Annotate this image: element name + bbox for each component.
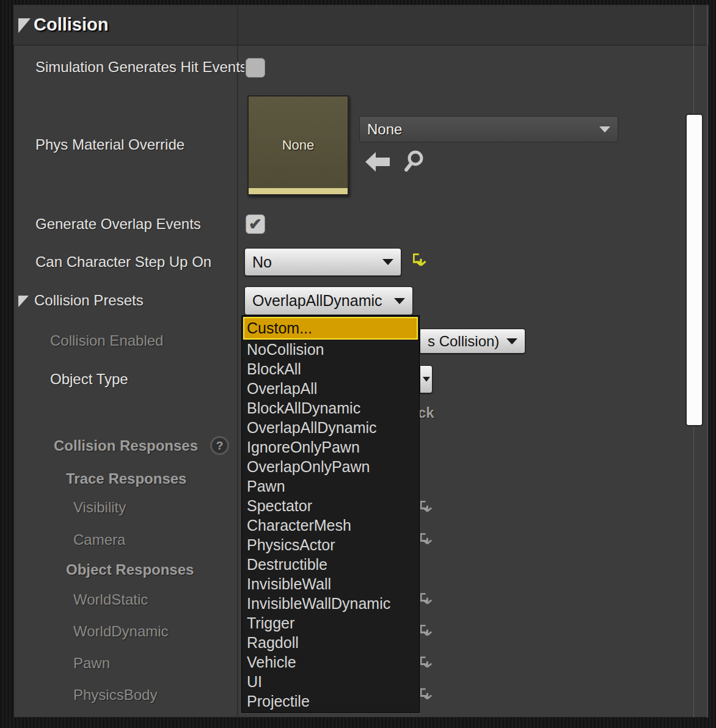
object-type-dropdown-partial[interactable] xyxy=(420,365,433,393)
reset-to-default-icon[interactable] xyxy=(420,657,434,671)
column-splitter[interactable] xyxy=(237,5,238,718)
preset-option[interactable]: OverlapOnlyPawn xyxy=(243,457,418,476)
collision-enabled-value: s Collision) xyxy=(428,333,502,350)
collision-presets-menu: Custom... NoCollisionBlockAllOverlapAllB… xyxy=(241,315,420,713)
step-up-label: Can Character Step Up On xyxy=(35,253,211,271)
chevron-down-icon xyxy=(394,298,405,304)
preset-option[interactable]: CharacterMesh xyxy=(243,515,418,535)
reset-to-default-icon[interactable] xyxy=(420,688,434,702)
preset-option[interactable]: OverlapAllDynamic xyxy=(243,418,418,437)
thumbnail-text: None xyxy=(282,137,315,153)
trace-responses-label: Trace Responses xyxy=(66,470,186,487)
preset-option[interactable]: Spectator xyxy=(243,496,418,515)
panel-right-edge xyxy=(707,5,708,718)
preset-option[interactable]: Trigger xyxy=(243,613,418,633)
overlap-events-label: Generate Overlap Events xyxy=(35,216,201,233)
reset-to-default-icon[interactable] xyxy=(420,501,434,515)
collision-details-panel: Collision Simulation Generates Hit Event… xyxy=(0,0,716,728)
chevron-down-icon xyxy=(423,377,430,382)
physics-body-label: PhysicsBody xyxy=(73,686,157,704)
phys-material-thumbnail[interactable]: None xyxy=(247,95,349,195)
reset-to-default-icon[interactable] xyxy=(420,533,434,547)
preset-options-list: NoCollisionBlockAllOverlapAllBlockAllDyn… xyxy=(243,340,418,711)
preset-option[interactable]: IgnoreOnlyPawn xyxy=(243,437,418,457)
preset-option-custom-highlighted[interactable]: Custom... xyxy=(243,317,418,340)
preset-option[interactable]: Destructible xyxy=(243,555,418,574)
collision-responses-label: Collision Responses xyxy=(54,437,198,454)
sim-hit-checkbox[interactable] xyxy=(246,58,265,78)
collision-enabled-dropdown-partial[interactable]: s Collision) xyxy=(420,329,525,354)
preset-option[interactable]: NoCollision xyxy=(243,340,418,359)
collision-presets-label: Collision Presets xyxy=(34,292,144,309)
preset-option[interactable]: PhysicsActor xyxy=(243,535,418,555)
browse-to-asset-search-icon[interactable] xyxy=(402,149,426,175)
chevron-down-icon xyxy=(599,126,610,133)
scrollbar-thumb[interactable] xyxy=(685,114,703,426)
preset-option[interactable]: BlockAllDynamic xyxy=(243,398,418,418)
help-question-icon[interactable]: ? xyxy=(210,436,229,455)
reset-to-default-icon[interactable] xyxy=(420,593,434,607)
step-up-dropdown[interactable]: No xyxy=(244,248,401,276)
phys-material-value: None xyxy=(367,121,402,138)
collision-enabled-label: Collision Enabled xyxy=(50,332,163,349)
overlap-events-checkbox[interactable]: ✔ xyxy=(246,214,265,234)
category-header[interactable] xyxy=(13,5,709,46)
camera-label: Camera xyxy=(73,531,125,548)
phys-material-dropdown[interactable]: None xyxy=(359,116,618,142)
collision-presets-value: OverlapAllDynamic xyxy=(252,292,389,310)
pawn-label: Pawn xyxy=(73,655,110,672)
preset-option[interactable]: Vehicle xyxy=(243,652,418,672)
preset-option[interactable]: BlockAll xyxy=(243,359,418,379)
object-responses-label: Object Responses xyxy=(66,561,194,578)
phys-material-label: Phys Material Override xyxy=(35,136,184,153)
reset-to-default-icon[interactable] xyxy=(420,625,434,639)
preset-option[interactable]: Pawn xyxy=(243,476,418,496)
chevron-down-icon xyxy=(506,338,517,344)
block-column-header-clipped: ck xyxy=(418,404,434,421)
preset-option[interactable]: UI xyxy=(243,672,418,691)
preset-option[interactable]: Projectile xyxy=(243,691,418,711)
use-selected-asset-arrow-icon[interactable] xyxy=(365,151,391,173)
object-type-label: Object Type xyxy=(50,371,128,388)
preset-option[interactable]: OverlapAll xyxy=(243,379,418,398)
chevron-down-icon xyxy=(382,259,393,265)
preset-option[interactable]: Ragdoll xyxy=(243,633,418,652)
reset-to-default-icon[interactable] xyxy=(413,253,429,269)
step-up-value: No xyxy=(252,253,378,271)
sim-hit-label: Simulation Generates Hit Events xyxy=(35,59,244,76)
world-static-label: WorldStatic xyxy=(73,591,148,608)
world-dynamic-label: WorldDynamic xyxy=(73,623,169,640)
preset-option[interactable]: InvisibleWall xyxy=(243,574,418,594)
category-title: Collision xyxy=(34,15,108,35)
preset-option[interactable]: InvisibleWallDynamic xyxy=(243,594,418,613)
thumbnail-color-strip xyxy=(249,188,348,194)
collision-presets-dropdown[interactable]: OverlapAllDynamic xyxy=(244,286,413,315)
visibility-label: Visibility xyxy=(73,499,126,516)
